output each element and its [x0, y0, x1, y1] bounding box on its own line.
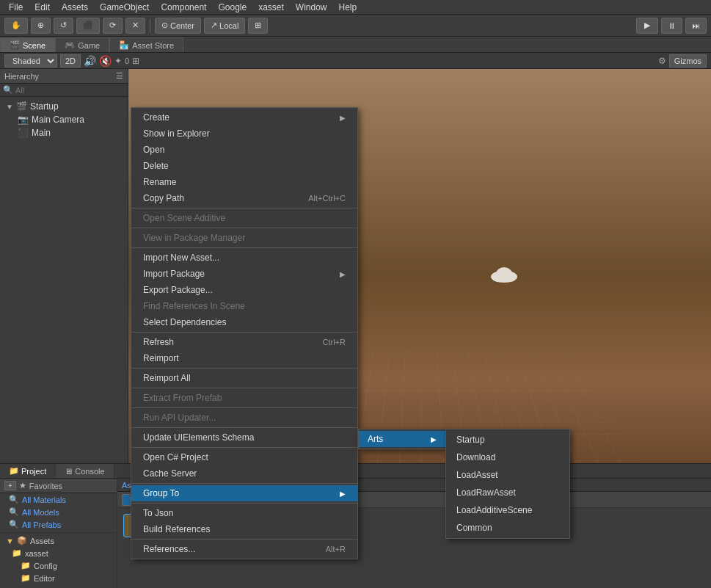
menu-gameobject[interactable]: GameObject [94, 0, 155, 14]
ctx-run-api-updater: Run API Updater... [131, 410, 357, 426]
hierarchy-scene[interactable]: ▼ 🎬 Startup [0, 100, 128, 113]
tree-xasset[interactable]: 📁 xasset [0, 547, 117, 559]
ctx-to-json[interactable]: To Json [131, 505, 357, 521]
ctx-update-uielements[interactable]: Update UIElements Schema [131, 429, 357, 446]
group-load-additive-scene[interactable]: LoadAdditiveScene [446, 501, 569, 519]
hierarchy-header: Hierarchy ☰ [0, 69, 128, 84]
gizmos-button[interactable]: Gizmos [669, 54, 707, 68]
ctx-rename[interactable]: Rename [131, 174, 357, 190]
hierarchy-main[interactable]: ⬛ Main [0, 126, 128, 139]
tab-asset-store[interactable]: 🏪 Asset Store [109, 37, 183, 52]
ctx-extract-from-prefab: Extract From Prefab [131, 390, 357, 406]
tool-move[interactable]: ⊕ [31, 18, 51, 34]
play-button[interactable]: ▶ [636, 18, 658, 34]
fav-all-materials[interactable]: 🔍 All Materials [0, 493, 117, 506]
ctx-export-package[interactable]: Export Package... [131, 282, 357, 298]
ctx-open[interactable]: Open [131, 142, 357, 158]
twod-button[interactable]: 2D [60, 54, 81, 68]
pause-button[interactable]: ⏸ [661, 18, 682, 34]
favorites-section: + ★ Favorites 🔍 All Materials 🔍 All Mode… [0, 479, 117, 588]
fav-all-models[interactable]: 🔍 All Models [0, 506, 117, 518]
hierarchy-menu-icon[interactable]: ☰ [116, 71, 123, 81]
menu-google[interactable]: Google [212, 0, 252, 14]
ctx-open-scene-additive: Open Scene Additive [131, 210, 357, 226]
game-tab-label: Game [78, 41, 100, 50]
tab-console[interactable]: 🖥 Console [56, 464, 114, 478]
camera-icon: 📷 [18, 115, 29, 125]
center-button[interactable]: ⊙ Center [155, 18, 201, 34]
all-models-label: All Models [22, 508, 59, 517]
menu-edit[interactable]: Edit [29, 0, 56, 14]
assets-tree-icon: ▼ [6, 537, 14, 545]
zero-label: 0 [125, 57, 129, 65]
tool-rect[interactable]: ⟳ [103, 18, 123, 34]
sep2 [131, 228, 357, 228]
ctx-find-references: Find References In Scene [131, 298, 357, 314]
tool-transform[interactable]: ✕ [125, 18, 145, 34]
game-tab-icon: 🎮 [65, 40, 75, 50]
tab-game[interactable]: 🎮 Game [55, 37, 109, 52]
center-label: Center [170, 21, 194, 30]
ctx-reimport-all[interactable]: Reimport All [131, 370, 357, 386]
scene-toolbar: Shaded 2D 🔊 🔇 ✦ 0 ⊞ ⚙ Gizmos [0, 53, 711, 69]
hierarchy-startup: Startup [30, 101, 59, 112]
ctx-copy-path[interactable]: Copy Path Alt+Ctrl+C [131, 190, 357, 206]
ctx-delete[interactable]: Delete [131, 158, 357, 174]
xasset-folder-icon: 📁 [12, 548, 22, 558]
ctx-references[interactable]: References... Alt+R [131, 541, 357, 557]
tree-editor[interactable]: 📁 Editor [0, 572, 117, 584]
grid-button[interactable]: ⊞ [248, 18, 268, 34]
local-label: Local [219, 21, 238, 30]
ctx-show-explorer[interactable]: Show in Explorer [131, 126, 357, 142]
references-shortcut: Alt+R [326, 545, 346, 553]
tool-hand[interactable]: ✋ [4, 18, 28, 34]
store-tab-icon: 🏪 [119, 40, 129, 50]
group-load-asset[interactable]: LoadAsset [446, 466, 569, 484]
menu-xasset[interactable]: xasset [252, 0, 290, 14]
tree-config[interactable]: 📁 Config [0, 559, 117, 572]
group-download[interactable]: Download [446, 449, 569, 466]
group-load-raw-asset[interactable]: LoadRawAsset [446, 484, 569, 501]
hierarchy-search[interactable] [15, 86, 125, 95]
menu-component[interactable]: Component [155, 0, 212, 14]
ctx-group-to[interactable]: Group To ▶ [131, 485, 357, 501]
ctx-import-package[interactable]: Import Package ▶ [131, 266, 357, 282]
step-button[interactable]: ⏭ [685, 18, 707, 34]
hierarchy-main-camera[interactable]: 📷 Main Camera [0, 113, 128, 126]
tab-project[interactable]: 📁 Project [0, 464, 56, 478]
tool-scale[interactable]: ⬛ [76, 18, 100, 34]
favorites-star: ★ [19, 481, 26, 490]
arts-item[interactable]: Arts ▶ [359, 431, 445, 447]
fav-all-prefabs[interactable]: 🔍 All Prefabs [0, 518, 117, 531]
sep3 [131, 247, 357, 248]
xasset-label: xasset [25, 549, 48, 558]
tree-assets[interactable]: ▼ 📦 Assets [0, 534, 117, 547]
ctx-cache-server[interactable]: Cache Server [131, 465, 357, 482]
toolbar: ✋ ⊕ ↺ ⬛ ⟳ ✕ ⊙ Center ↗ Local ⊞ ▶ ⏸ ⏭ [0, 15, 711, 37]
sep7 [131, 407, 357, 408]
ctx-create[interactable]: Create ▶ [131, 109, 357, 126]
ctx-build-references[interactable]: Build References [131, 521, 357, 537]
group-to-arrow: ▶ [340, 490, 346, 498]
tool-rotate[interactable]: ↺ [54, 18, 73, 34]
local-icon: ↗ [211, 21, 217, 30]
group-common[interactable]: Common [446, 519, 569, 537]
ctx-refresh[interactable]: Refresh Ctrl+R [131, 334, 357, 350]
menu-window[interactable]: Window [290, 0, 333, 14]
store-tab-label: Asset Store [132, 41, 174, 50]
local-button[interactable]: ↗ Local [204, 18, 245, 34]
menu-file[interactable]: File [3, 0, 29, 14]
add-button[interactable]: + [4, 481, 16, 490]
shading-select[interactable]: Shaded [4, 54, 57, 68]
ctx-select-dependencies[interactable]: Select Dependencies [131, 314, 357, 330]
ctx-reimport[interactable]: Reimport [131, 350, 357, 366]
menu-help[interactable]: Help [333, 0, 363, 14]
ctx-open-csharp[interactable]: Open C# Project [131, 449, 357, 465]
menu-assets[interactable]: Assets [56, 0, 94, 14]
ctx-import-new-asset[interactable]: Import New Asset... [131, 250, 357, 266]
editor-folder-icon: 📁 [21, 573, 31, 583]
all-prefabs-label: All Prefabs [22, 520, 61, 529]
tab-scene[interactable]: 🎬 Scene [0, 37, 55, 52]
search-small-icon: 🔍 [9, 495, 19, 504]
group-startup[interactable]: Startup [446, 431, 569, 449]
